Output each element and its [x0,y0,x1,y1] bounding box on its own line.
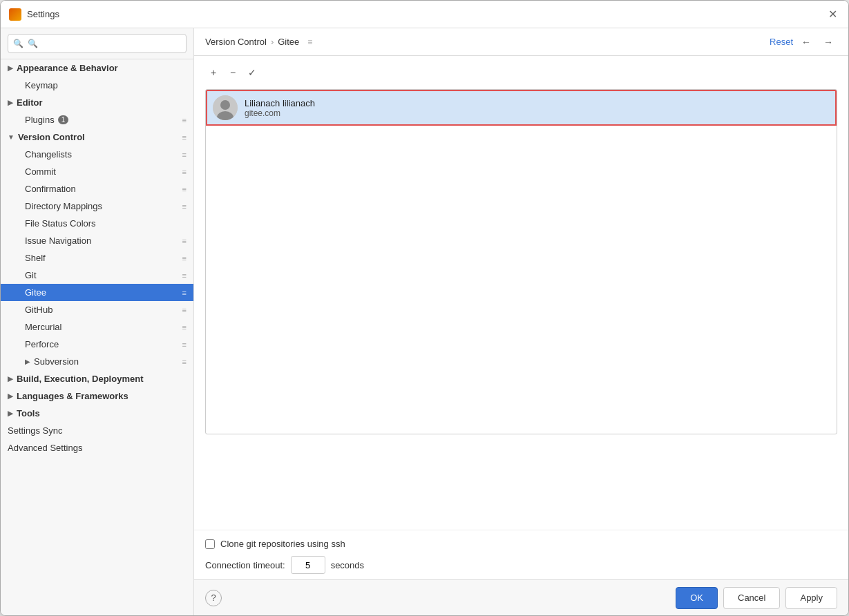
sidebar-item-gitee[interactable]: Gitee ≡ [1,284,193,301]
timeout-input[interactable] [291,556,325,574]
search-box: 🔍 [1,28,193,59]
check-account-button[interactable]: ✓ [244,64,260,81]
footer-buttons: OK Cancel Apply [676,587,837,609]
svg-point-1 [220,100,230,110]
remove-account-button[interactable]: − [225,64,241,81]
sidebar-item-github[interactable]: GitHub ≡ [1,301,193,318]
settings-icon: ≡ [182,289,187,297]
breadcrumb-settings-icon: ≡ [307,37,312,47]
account-info: Lilianach lilianach gitee.com [245,98,315,118]
clone-ssh-label[interactable]: Clone git repositories using ssh [220,539,345,549]
settings-icon: ≡ [182,116,187,124]
settings-icon: ≡ [182,185,187,193]
footer: ? OK Cancel Apply [194,579,848,615]
sidebar-item-languages[interactable]: ▶ Languages & Frameworks [1,387,193,405]
expand-icon: ▶ [8,392,13,400]
ok-button[interactable]: OK [676,587,718,609]
sidebar-item-plugins[interactable]: Plugins 1 ≡ [1,111,193,128]
add-account-button[interactable]: + [205,64,222,81]
panel-content: + − ✓ Lilianach [194,56,848,530]
sidebar-item-keymap[interactable]: Keymap [1,77,193,94]
sidebar-item-settings-sync[interactable]: Settings Sync [1,422,193,439]
breadcrumb: Version Control › Gitee ≡ Reset ← → [194,28,848,56]
settings-icon: ≡ [182,254,187,262]
sidebar-item-perforce[interactable]: Perforce ≡ [1,336,193,353]
settings-icon: ≡ [182,168,187,176]
settings-icon: ≡ [182,133,187,142]
apply-button[interactable]: Apply [785,587,837,609]
breadcrumb-parent: Version Control [205,37,267,47]
sidebar-item-advanced-settings[interactable]: Advanced Settings [1,439,193,456]
settings-icon: ≡ [182,237,187,245]
back-button[interactable]: ← [797,35,815,49]
breadcrumb-actions: Reset ← → [770,35,837,49]
breadcrumb-separator: › [271,37,274,47]
sidebar-item-git[interactable]: Git ≡ [1,267,193,284]
clone-ssh-checkbox[interactable] [205,539,215,549]
main-panel: Version Control › Gitee ≡ Reset ← → + − … [194,28,848,615]
content-area: 🔍 ▶ Appearance & Behavior Keymap ▶ Edito… [1,28,848,615]
cancel-button[interactable]: Cancel [723,587,780,609]
timeout-unit: seconds [331,560,364,570]
sidebar-item-changelists[interactable]: Changelists ≡ [1,146,193,163]
settings-icon: ≡ [182,151,187,159]
settings-icon: ≡ [182,202,187,211]
sidebar-item-subversion[interactable]: ▶ Subversion ≡ [1,353,193,370]
sidebar-item-commit[interactable]: Commit ≡ [1,163,193,180]
dialog-title: Settings [27,9,819,19]
sidebar-item-mercurial[interactable]: Mercurial ≡ [1,318,193,336]
sidebar-item-editor[interactable]: ▶ Editor [1,94,193,111]
account-name: Lilianach lilianach [245,98,315,108]
close-button[interactable]: ✕ [825,7,840,22]
sidebar: 🔍 ▶ Appearance & Behavior Keymap ▶ Edito… [1,28,194,615]
expand-icon: ▶ [8,64,13,72]
expand-icon: ▼ [8,133,15,141]
title-bar: Settings ✕ [1,1,848,28]
clone-option-row: Clone git repositories using ssh [205,539,837,549]
expand-icon: ▶ [8,410,13,417]
account-item[interactable]: Lilianach lilianach gitee.com [206,90,837,126]
sidebar-item-file-status-colors[interactable]: File Status Colors [1,215,193,232]
sidebar-item-shelf[interactable]: Shelf ≡ [1,249,193,267]
accounts-list: Lilianach lilianach gitee.com [205,89,837,434]
settings-icon: ≡ [182,271,187,280]
search-input[interactable] [8,34,187,53]
expand-icon: ▶ [8,99,13,106]
sidebar-item-confirmation[interactable]: Confirmation ≡ [1,180,193,198]
search-wrapper: 🔍 [8,34,187,53]
timeout-row: Connection timeout: seconds [205,556,837,574]
breadcrumb-current: Gitee [278,37,299,47]
accounts-toolbar: + − ✓ [205,64,837,81]
expand-icon: ▶ [8,375,13,383]
sidebar-item-tools[interactable]: ▶ Tools [1,405,193,422]
sidebar-item-build[interactable]: ▶ Build, Execution, Deployment [1,370,193,387]
expand-icon: ▶ [25,358,30,365]
timeout-label: Connection timeout: [205,560,285,570]
reset-button[interactable]: Reset [770,37,793,47]
settings-dialog: Settings ✕ 🔍 ▶ Appearance & Behavior Key… [0,0,849,616]
app-icon [9,8,21,21]
search-icon: 🔍 [13,39,23,48]
settings-icon: ≡ [182,340,187,349]
settings-icon: ≡ [182,323,187,331]
forward-button[interactable]: → [819,35,837,49]
help-button[interactable]: ? [205,590,222,606]
sidebar-item-version-control[interactable]: ▼ Version Control ≡ [1,128,193,146]
settings-icon: ≡ [182,306,187,314]
settings-icon: ≡ [182,358,187,366]
sidebar-item-issue-navigation[interactable]: Issue Navigation ≡ [1,232,193,249]
avatar [213,95,238,120]
sidebar-item-appearance[interactable]: ▶ Appearance & Behavior [1,59,193,77]
bottom-options: Clone git repositories using ssh Connect… [194,530,848,579]
sidebar-item-directory-mappings[interactable]: Directory Mappings ≡ [1,198,193,215]
account-email: gitee.com [245,108,315,118]
